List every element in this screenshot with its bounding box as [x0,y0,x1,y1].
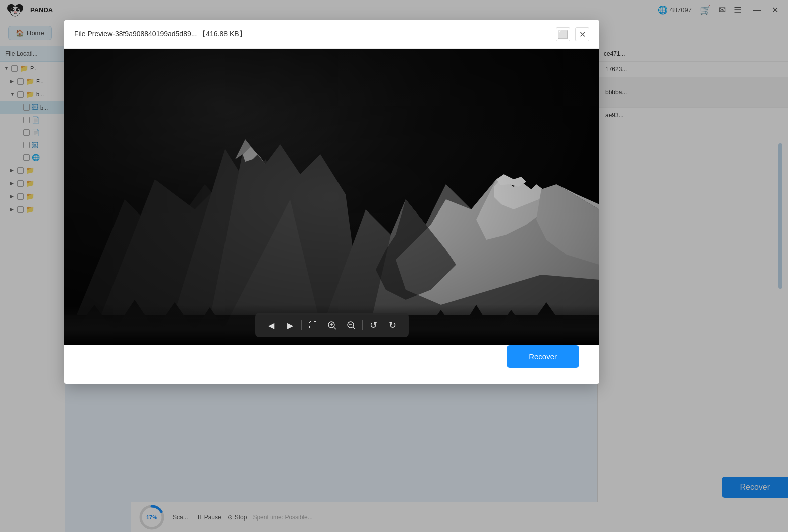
prev-image-button[interactable]: ◀ [263,317,279,333]
preview-image [64,49,599,345]
rotate-right-icon: ↻ [389,320,396,331]
svg-marker-32 [145,302,205,345]
svg-marker-34 [416,310,466,345]
image-toolbar: ◀ ▶ ⛶ ↺ ↻ [255,313,409,337]
next-icon: ▶ [287,321,293,330]
fit-screen-button[interactable]: ⛶ [305,317,321,333]
modal-overlay: File Preview-38f9a908840199ad5d89... 【41… [0,0,788,532]
rotate-left-button[interactable]: ↺ [366,317,382,333]
next-image-button[interactable]: ▶ [282,317,298,333]
rotate-right-button[interactable]: ↻ [385,317,401,333]
svg-line-45 [353,327,355,329]
svg-marker-30 [64,305,125,345]
maximize-modal-button[interactable]: ⬜ [556,27,570,41]
modal-title: File Preview-38f9a908840199ad5d89... 【41… [74,30,246,39]
svg-marker-36 [486,310,536,345]
close-modal-button[interactable]: ✕ [575,27,589,41]
file-preview-modal: File Preview-38f9a908840199ad5d89... 【41… [64,20,599,384]
zoom-out-button[interactable] [343,317,359,333]
modal-header-controls: ⬜ ✕ [556,27,589,41]
toolbar-divider [301,320,302,330]
svg-marker-31 [104,300,165,345]
modal-header: File Preview-38f9a908840199ad5d89... 【41… [64,20,599,49]
svg-marker-37 [516,302,577,345]
zoom-in-button[interactable] [324,317,340,333]
toolbar-divider [362,320,363,330]
modal-image-container: ◀ ▶ ⛶ ↺ ↻ [64,49,599,345]
prev-icon: ◀ [268,321,274,330]
svg-marker-35 [451,305,501,345]
mountain-svg [64,49,599,345]
fit-icon: ⛶ [309,321,317,330]
svg-rect-39 [64,49,599,345]
rotate-left-icon: ↺ [370,320,377,331]
svg-line-41 [334,327,336,329]
modal-recover-button[interactable]: Recover [507,345,579,368]
svg-marker-33 [185,307,235,345]
